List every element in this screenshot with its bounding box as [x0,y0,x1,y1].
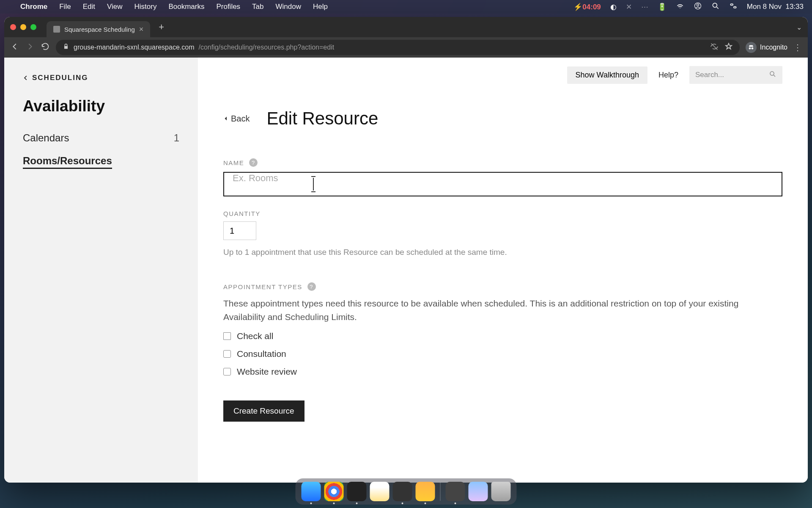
address-bar[interactable]: grouse-mandarin-sxnl.squarespace.com/con… [56,40,740,55]
help-tooltip-icon[interactable]: ? [249,158,258,167]
dock-app-1[interactable] [416,482,435,501]
kebab-menu-icon[interactable]: ⋮ [793,42,802,52]
menu-help[interactable]: Help [313,3,328,11]
sidebar-item-calendars[interactable]: Calendars 1 [23,132,179,144]
breadcrumb-label: SCHEDULING [32,74,88,82]
incognito-badge[interactable]: Incognito [746,42,787,53]
lock-icon [63,43,69,52]
name-placeholder: Ex. Rooms [233,173,278,183]
breadcrumb-back[interactable]: SCHEDULING [23,74,179,82]
quantity-input[interactable]: 1 [223,221,256,240]
nav-back-icon[interactable] [10,42,19,53]
nav-forward-icon [25,42,35,53]
create-resource-button[interactable]: Create Resource [223,400,304,422]
quantity-value: 1 [230,226,234,236]
new-tab-button[interactable]: + [155,22,167,33]
menubar-date[interactable]: Mon 8 Nov 13:33 [747,3,804,11]
search-icon [769,70,776,80]
chevron-left-icon [23,75,29,81]
browser-toolbar: grouse-mandarin-sxnl.squarespace.com/con… [4,37,808,58]
timer-widget[interactable]: ⚡04:09 [573,3,601,11]
back-label: Back [231,114,250,124]
control-center-icon[interactable] [729,2,738,12]
url-path: /config/scheduling/resources.php?action=… [198,44,334,51]
tab-title: Squarespace Scheduling [64,26,135,33]
search-input[interactable]: Search... [689,66,782,84]
sidebar-title: Availability [23,97,179,115]
window-zoom[interactable] [30,24,36,30]
incognito-icon [746,42,757,53]
dock-app-2[interactable] [446,482,465,501]
menu-tab[interactable]: Tab [252,3,263,11]
menubar-app[interactable]: Chrome [20,3,47,11]
sidebar-item-label: Rooms/Resources [23,155,112,169]
name-input[interactable]: Ex. Rooms [223,172,782,196]
menu-window[interactable]: Window [276,3,301,11]
checkbox-icon [223,368,231,375]
appointment-types-label: APPOINTMENT TYPES [223,283,302,290]
sidebar-item-label: Calendars [23,132,69,144]
search-placeholder: Search... [695,71,724,79]
appointment-types-description: These appointment types need this resour… [223,297,765,323]
quantity-label: QUANTITY [223,210,261,217]
show-walkthrough-button[interactable]: Show Walkthrough [567,66,647,84]
menu-view[interactable]: View [107,3,123,11]
check-website-review[interactable]: Website review [223,367,782,377]
status-icon-3[interactable]: ⋯ [641,3,648,11]
sidebar-item-rooms[interactable]: Rooms/Resources [23,155,179,169]
chrome-window: Squarespace Scheduling × + ⌄ grouse-mand… [4,17,808,483]
sidebar-item-count: 1 [174,132,179,144]
menu-edit[interactable]: Edit [83,3,95,11]
check-consultation[interactable]: Consultation [223,349,782,359]
window-close[interactable] [10,24,16,30]
menu-profiles[interactable]: Profiles [216,3,240,11]
dock-app-3[interactable] [469,482,488,501]
svg-point-7 [770,72,774,75]
main-content: Show Walkthrough Help? Search... Back Ed… [198,58,808,483]
browser-tab[interactable]: Squarespace Scheduling × [47,21,150,37]
page-title: Edit Resource [266,108,378,129]
reload-icon[interactable] [41,42,50,53]
help-tooltip-icon[interactable]: ? [307,282,316,291]
checkbox-icon [223,350,231,358]
svg-point-1 [697,4,699,6]
status-icon-2[interactable]: ✕ [626,3,632,11]
help-link[interactable]: Help? [658,71,678,80]
user-icon[interactable] [694,2,702,12]
bookmark-star-icon[interactable] [724,42,733,52]
tab-close-icon[interactable]: × [139,25,144,34]
status-icon-1[interactable]: ◐ [610,3,617,11]
check-label: Consultation [237,349,286,359]
dock [296,478,517,505]
check-label: Website review [237,367,297,377]
svg-rect-3 [730,4,733,5]
check-all-label: Check all [237,331,273,341]
text-cursor-icon [313,178,314,190]
favicon [53,26,60,33]
menu-bookmarks[interactable]: Bookmarks [168,3,204,11]
svg-point-6 [752,47,754,50]
wifi-icon[interactable] [676,2,684,12]
menu-history[interactable]: History [134,3,156,11]
dock-iterm[interactable] [393,482,412,501]
tracking-icon[interactable] [710,42,719,52]
dock-notes[interactable] [370,482,390,501]
tabs-menu-icon[interactable]: ⌄ [796,23,802,31]
dock-terminal[interactable] [347,482,367,501]
url-host: grouse-mandarin-sxnl.squarespace.com [74,44,194,51]
tab-strip: Squarespace Scheduling × + ⌄ [4,17,808,37]
spotlight-icon[interactable] [711,2,720,12]
battery-icon[interactable]: 🔋 [658,3,667,11]
dock-trash[interactable] [491,482,511,501]
check-all[interactable]: Check all [223,331,782,341]
back-button[interactable]: Back [223,114,250,124]
window-minimize[interactable] [20,24,26,30]
incognito-label: Incognito [760,44,787,51]
quantity-hint: Up to 1 appointment that use this Resour… [223,248,782,257]
dock-finder[interactable] [302,482,321,501]
name-label: NAME [223,159,244,166]
dock-chrome[interactable] [324,482,344,501]
svg-point-2 [713,3,717,7]
svg-rect-4 [734,6,736,8]
menu-file[interactable]: File [59,3,71,11]
